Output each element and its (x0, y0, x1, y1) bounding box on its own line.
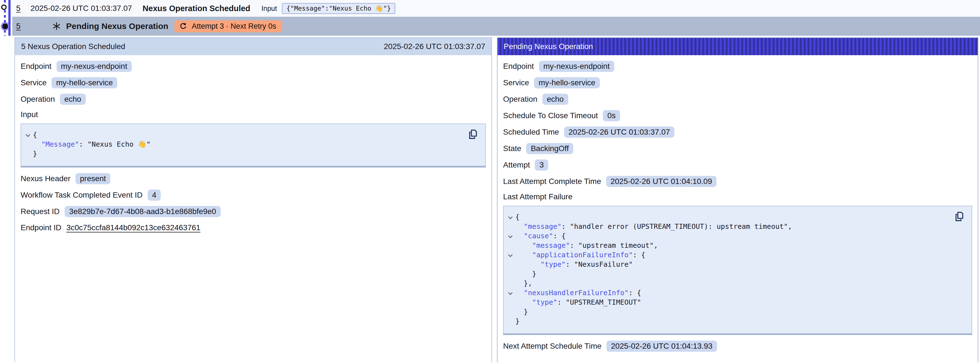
detail-label: Operation (503, 95, 537, 104)
chevron-down-icon[interactable] (508, 215, 513, 221)
panel-title: 5 Nexus Operation Scheduled (21, 42, 126, 51)
code-text: } (515, 317, 520, 326)
chevron-down-icon[interactable] (508, 234, 513, 240)
copy-icon[interactable] (955, 211, 964, 222)
event-rows: 5 2025-02-26 UTC 01:03:37.07 Nexus Opera… (12, 0, 980, 36)
detail-label: Endpoint (21, 62, 51, 71)
event-id-link[interactable]: 5 (16, 4, 21, 13)
chevron-down-icon[interactable] (508, 253, 513, 259)
code-line-gutter (508, 269, 515, 279)
pending-panel-header: Pending Nexus Operation (498, 38, 978, 55)
detail-nexus-header: Nexus Headerpresent (21, 173, 486, 184)
event-detail-panels: 5 Nexus Operation Scheduled 2025-02-26 U… (14, 37, 978, 362)
detail-label: Operation (21, 95, 55, 104)
detail-label: Workflow Task Completed Event ID (21, 191, 143, 200)
value-badge: my-nexus-endpoint (539, 61, 614, 72)
value-badge: 4 (148, 190, 161, 201)
detail-last-attempt-complete-time: Last Attempt Complete Time2025-02-26 UTC… (503, 176, 972, 187)
scheduled-event-panel: 5 Nexus Operation Scheduled 2025-02-26 U… (14, 37, 492, 362)
detail-label: Nexus Header (21, 174, 70, 183)
value-badge: 2025-02-26 UTC 01:03:37.07 (564, 126, 675, 138)
detail-endpoint: Endpointmy-nexus-endpoint (21, 61, 486, 72)
event-title: Pending Nexus Operation (66, 21, 169, 31)
code-line-gutter (508, 260, 515, 269)
code-text: } (515, 307, 528, 317)
code-line: } (508, 317, 949, 326)
pending-panel-content: Endpointmy-nexus-endpointServicemy-hello… (498, 55, 978, 361)
event-row-nexus-operation-scheduled[interactable]: 5 2025-02-26 UTC 01:03:37.07 Nexus Opera… (12, 0, 980, 17)
code-line: "message": "upstream timeout", (508, 241, 949, 250)
json-key: "Message" (41, 140, 79, 148)
scheduled-panel-header: 5 Nexus Operation Scheduled 2025-02-26 U… (15, 38, 492, 55)
value-badge: 2025-02-26 UTC 01:04:13.93 (606, 341, 717, 352)
detail-endpoint: Endpointmy-nexus-endpoint (503, 61, 972, 72)
value-badge: 2025-02-26 UTC 01:04:10.09 (606, 176, 716, 187)
circle-outline-icon[interactable] (1, 5, 7, 10)
detail-service: Servicemy-hello-service (21, 77, 486, 88)
value-badge: present (75, 173, 110, 184)
value-badge: my-nexus-endpoint (57, 61, 132, 72)
detail-request-id: Request ID3e829b7e-7d67-4b08-aad3-b1e868… (21, 206, 486, 217)
chevron-down-icon[interactable] (25, 133, 31, 139)
code-text: } (515, 269, 536, 279)
timeline-rail (8, 0, 11, 36)
detail-label: Last Attempt Failure (503, 192, 972, 201)
detail-label: Input (21, 110, 486, 119)
code-line-gutter (508, 279, 515, 288)
detail-scheduled-time: Scheduled Time2025-02-26 UTC 01:03:37.07 (503, 126, 972, 138)
detail-label: Service (503, 78, 529, 87)
code-text: "nexusHandlerFailureInfo": { (515, 288, 641, 298)
timeline-gutter (0, 0, 12, 36)
code-line: "message": "handler error (UPSTREAM_TIME… (508, 222, 949, 231)
pending-operation-panel: Pending Nexus Operation Endpointmy-nexus… (497, 37, 978, 362)
code-text: "Message": "Nexus Echo 👋" (33, 140, 151, 149)
code-text: { (33, 130, 37, 140)
value-badge: 0s (603, 110, 620, 121)
code-line: }, (508, 279, 949, 288)
code-block-input-json: { "Message": "Nexus Echo 👋"} (21, 123, 486, 168)
panel-timestamp: 2025-02-26 UTC 01:03:37.07 (384, 42, 485, 51)
event-title: Nexus Operation Scheduled (143, 4, 250, 13)
detail-operation: Operationecho (21, 94, 486, 105)
scheduled-panel-content: Endpointmy-nexus-endpointServicemy-hello… (15, 55, 492, 243)
detail-schedule-to-close-timeout: Schedule To Close Timeout0s (503, 110, 972, 121)
code-line-gutter (508, 307, 515, 317)
code-text: "type": "UPSTREAM_TIMEOUT" (515, 298, 641, 307)
input-preview-chip: {"Message":"Nexus Echo 👋"} (282, 3, 395, 14)
event-timestamp: 2025-02-26 UTC 01:03:37.07 (31, 4, 132, 13)
code-line: "Message": "Nexus Echo 👋" (25, 140, 463, 149)
detail-service: Servicemy-hello-service (503, 77, 972, 88)
code-text: } (33, 149, 37, 159)
value-badge: BackingOff (526, 143, 573, 154)
code-line: { (25, 130, 463, 140)
code-line: } (508, 269, 949, 279)
event-id-link[interactable]: 5 (16, 22, 21, 31)
detail-label: Attempt (503, 161, 530, 169)
code-text: "message": "upstream timeout", (515, 241, 658, 250)
attempt-retry-text: Attempt 3 · Next Retry 0s (192, 22, 276, 31)
value-badge: my-hello-service (534, 77, 600, 88)
detail-attempt: Attempt3 (503, 160, 972, 171)
panel-title: Pending Nexus Operation (504, 42, 593, 51)
detail-label: State (503, 144, 521, 153)
detail-label: Next Attempt Schedule Time (503, 342, 601, 351)
detail-input: Input{ "Message": "Nexus Echo 👋"} (21, 110, 486, 168)
value-badge: 3 (535, 160, 548, 171)
code-line: { (508, 212, 949, 222)
event-row-pending-nexus-operation[interactable]: 5 Pending Nexus Operation Attempt 3 · Ne… (12, 17, 980, 36)
code-text: "type": "NexusFailure" (515, 260, 633, 269)
circle-filled-icon[interactable] (2, 23, 8, 29)
detail-operation: Operationecho (503, 94, 972, 105)
code-text: "message": "handler error (UPSTREAM_TIME… (515, 222, 792, 231)
json-key: "cause" (524, 232, 553, 240)
code-block-failure-json: { "message": "handler error (UPSTREAM_TI… (503, 206, 972, 335)
chevron-down-icon[interactable] (508, 291, 513, 297)
code-line: "cause": { (508, 231, 949, 241)
detail-label: Endpoint ID (21, 223, 61, 232)
code-line-gutter (508, 317, 515, 326)
endpoint-id-link[interactable]: 3c0c75ccfa8144b092c13ce632463761 (66, 223, 200, 232)
copy-icon[interactable] (468, 129, 478, 140)
code-line: "type": "NexusFailure" (508, 260, 949, 269)
detail-label: Last Attempt Complete Time (503, 177, 601, 186)
refresh-icon (180, 22, 187, 30)
